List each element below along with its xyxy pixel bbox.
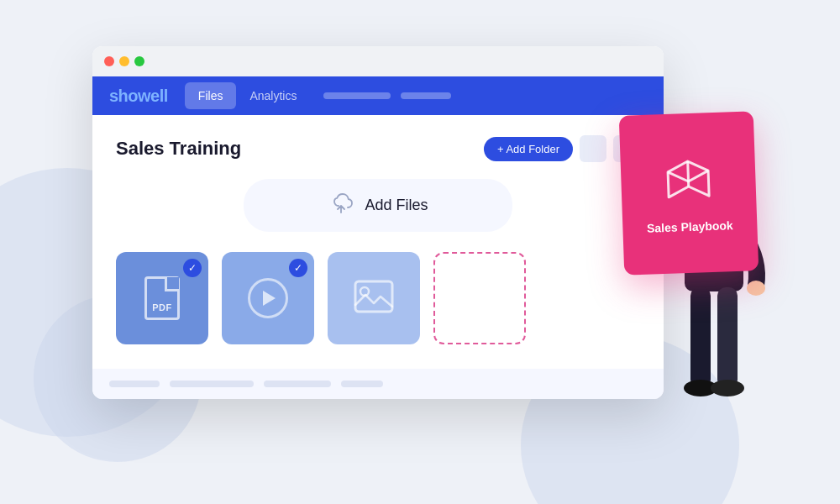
check-badge-pdf: ✓ [183, 259, 202, 277]
title-bar [92, 46, 664, 76]
nav-bar: showell Files Analytics [92, 76, 664, 115]
svg-rect-0 [355, 281, 392, 312]
nav-placeholder-2 [401, 92, 451, 99]
page-title: Sales Training [116, 138, 241, 160]
page-header: Sales Training + Add Folder [116, 135, 640, 162]
bottom-bar-item-3 [264, 381, 331, 387]
file-card-video[interactable]: ✓ [222, 252, 314, 344]
window-minimize-button[interactable] [119, 56, 129, 66]
playbook-label: Sales Playbook [647, 218, 733, 235]
nav-tab-analytics[interactable]: Analytics [236, 82, 310, 109]
browser-window: showell Files Analytics Sales Training +… [92, 46, 664, 399]
content-area: Sales Training + Add Folder Add Files [92, 115, 664, 373]
brand-name: showell [109, 87, 168, 105]
window-maximize-button[interactable] [134, 56, 144, 66]
pdf-label: PDF [152, 302, 172, 312]
image-icon [352, 276, 396, 320]
bottom-bar-item-2 [170, 381, 254, 387]
playbook-card[interactable]: Sales Playbook [619, 111, 759, 275]
nav-tab-files[interactable]: Files [185, 82, 237, 109]
nav-placeholder-1 [323, 92, 391, 99]
svg-rect-9 [717, 287, 738, 388]
play-triangle [263, 291, 276, 306]
view-toggle-button-1[interactable] [580, 135, 606, 162]
bottom-bar-item-4 [341, 381, 383, 387]
content-bottom-bar [92, 369, 664, 399]
add-folder-button[interactable]: + Add Folder [484, 137, 573, 161]
file-card-placeholder[interactable] [433, 252, 526, 344]
upload-icon [328, 191, 354, 220]
svg-point-11 [711, 380, 744, 396]
window-close-button[interactable] [104, 56, 114, 66]
file-card-image[interactable] [328, 252, 420, 344]
svg-point-7 [747, 281, 765, 296]
book-icon [657, 152, 719, 209]
file-card-pdf[interactable]: ✓ PDF [116, 252, 208, 344]
svg-rect-8 [690, 287, 711, 388]
header-actions: + Add Folder [484, 135, 640, 162]
brand-logo: showell [109, 87, 168, 106]
bottom-bar-item-1 [109, 381, 160, 387]
play-icon [248, 278, 288, 318]
file-cards-container: ✓ PDF ✓ [116, 252, 640, 353]
add-files-area[interactable]: Add Files [244, 179, 512, 232]
check-badge-video: ✓ [289, 259, 307, 277]
pdf-icon: PDF [144, 276, 180, 320]
add-files-label: Add Files [365, 197, 428, 214]
